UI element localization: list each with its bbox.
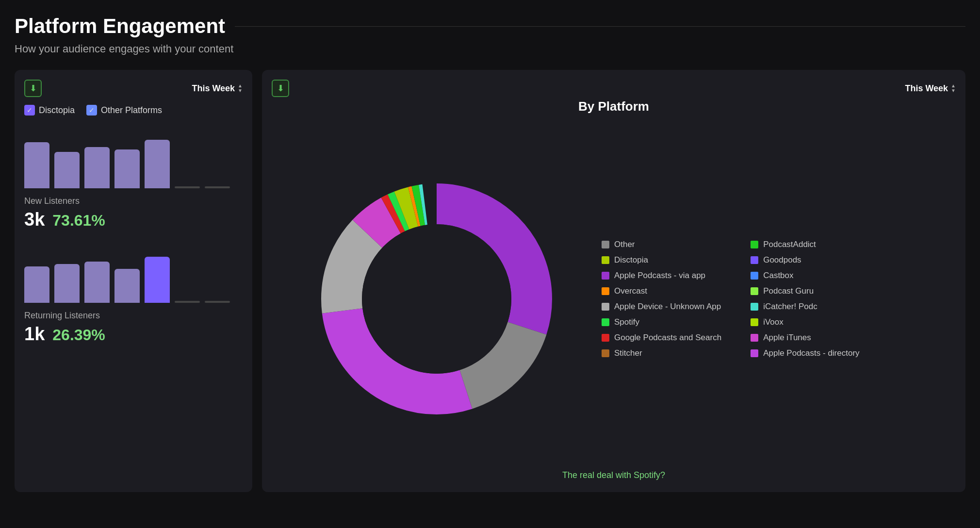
- legend-icatcher: iCatcher! Podc: [751, 302, 870, 312]
- legend-label-disctopia: Disctopia: [614, 255, 648, 265]
- legend-label-ivoox: iVoox: [763, 317, 784, 327]
- returning-listeners-count: 1k: [24, 324, 45, 345]
- returning-listeners-bars: [24, 245, 243, 303]
- week-label-left: This Week: [192, 83, 235, 94]
- left-panel-header: ⬇ This Week ▲▼: [24, 80, 243, 97]
- legend-label-icatcher: iCatcher! Podc: [763, 302, 817, 312]
- legend-label-goodpods: Goodpods: [763, 255, 801, 265]
- legend-label-other: Other: [614, 240, 635, 249]
- legend-spotify: Spotify: [602, 317, 721, 327]
- bottom-link[interactable]: The real deal with Spotify?: [262, 470, 965, 480]
- legend-label-spotify: Spotify: [614, 317, 639, 327]
- right-panel: ⬇ This Week ▲▼ By Platform: [262, 70, 965, 492]
- legend-dot-castbox: [751, 272, 758, 280]
- download-icon-right[interactable]: ⬇: [272, 80, 289, 97]
- new-listeners-bars: [24, 130, 243, 188]
- bar-dash-1: [175, 186, 200, 188]
- returning-listeners-label: Returning Listeners: [24, 311, 243, 321]
- legend-dot-apple-directory: [751, 349, 758, 357]
- new-listeners-count: 3k: [24, 209, 45, 230]
- legend-label-apple-via-app: Apple Podcasts - via app: [614, 271, 705, 280]
- week-arrows-left: ▲▼: [238, 83, 243, 93]
- checkbox-other-platforms[interactable]: ✓ Other Platforms: [86, 105, 162, 116]
- bar-1: [24, 142, 49, 188]
- legend-podcast-guru: Podcast Guru: [751, 286, 870, 296]
- legend-apple-directory: Apple Podcasts - directory: [751, 348, 870, 358]
- legend-castbox: Castbox: [751, 271, 870, 280]
- new-listeners-label: New Listeners: [24, 196, 243, 206]
- legend-dot-other: [602, 241, 609, 248]
- bar-5: [145, 140, 170, 188]
- panels-container: ⬇ This Week ▲▼ ✓ Disctopia ✓ Other Platf…: [15, 70, 965, 492]
- legend-overcast: Overcast: [602, 286, 721, 296]
- legend-label-stitcher: Stitcher: [614, 348, 642, 358]
- bar-dash-2: [205, 186, 230, 188]
- bar-4: [114, 149, 140, 188]
- legend-dot-apple-via-app: [602, 272, 609, 280]
- legend-label-castbox: Castbox: [763, 271, 793, 280]
- legend-dot-ivoox: [751, 318, 758, 326]
- returning-listeners-section: Returning Listeners 1k 26.39%: [24, 245, 243, 345]
- legend-dot-apple-unknown: [602, 303, 609, 311]
- legend-label-podcastaddict: PodcastAddict: [763, 240, 816, 249]
- checkbox-disctopia-label: Disctopia: [39, 105, 75, 116]
- donut-chart: [301, 163, 572, 435]
- new-listeners-pct: 73.61%: [52, 212, 105, 230]
- checkbox-disctopia[interactable]: ✓ Disctopia: [24, 105, 75, 116]
- left-panel: ⬇ This Week ▲▼ ✓ Disctopia ✓ Other Platf…: [15, 70, 252, 492]
- checkbox-disctopia-box: ✓: [24, 105, 35, 116]
- legend-dot-google-podcasts: [602, 334, 609, 342]
- returning-listeners-value: 1k 26.39%: [24, 324, 243, 345]
- ret-bar-1: [24, 266, 49, 303]
- legend-label-apple-unknown: Apple Device - Unknown App: [614, 302, 721, 312]
- legend-disctopia: Disctopia: [602, 255, 721, 265]
- legend-dot-stitcher: [602, 349, 609, 357]
- checkbox-other-platforms-box: ✓: [86, 105, 97, 116]
- legend-label-podcast-guru: Podcast Guru: [763, 286, 814, 296]
- page-title: Platform Engagement: [15, 15, 965, 38]
- legend-label-overcast: Overcast: [614, 286, 647, 296]
- legend-dot-podcast-guru: [751, 287, 758, 295]
- bar-3: [84, 147, 110, 188]
- legend-dot-apple-itunes: [751, 334, 758, 342]
- new-listeners-section: New Listeners 3k 73.61%: [24, 130, 243, 230]
- page-subtitle: How your audience engages with your cont…: [15, 43, 965, 55]
- legend-dot-podcastaddict: [751, 241, 758, 248]
- legend-dot-overcast: [602, 287, 609, 295]
- week-arrows-right: ▲▼: [951, 83, 956, 93]
- download-icon-left[interactable]: ⬇: [24, 80, 42, 97]
- legend-dot-disctopia: [602, 256, 609, 264]
- ret-bar-4: [114, 269, 140, 303]
- week-label-right: This Week: [905, 83, 948, 94]
- legend-stitcher: Stitcher: [602, 348, 721, 358]
- week-selector-left[interactable]: This Week ▲▼: [192, 83, 243, 94]
- legend-podcastaddict: PodcastAddict: [751, 240, 870, 249]
- svg-point-12: [362, 224, 511, 374]
- returning-listeners-pct: 26.39%: [52, 326, 105, 344]
- ret-bar-5: [145, 257, 170, 303]
- legend-dot-icatcher: [751, 303, 758, 311]
- right-panel-header: ⬇ This Week ▲▼: [272, 80, 956, 97]
- legend-label-apple-itunes: Apple iTunes: [763, 333, 811, 343]
- legend-dot-goodpods: [751, 256, 758, 264]
- checkbox-other-platforms-label: Other Platforms: [101, 105, 162, 116]
- bar-2: [54, 152, 80, 188]
- checkboxes: ✓ Disctopia ✓ Other Platforms: [24, 105, 243, 116]
- legend-apple-unknown: Apple Device - Unknown App: [602, 302, 721, 312]
- legend-goodpods: Goodpods: [751, 255, 870, 265]
- legend-apple-via-app: Apple Podcasts - via app: [602, 271, 721, 280]
- legend-dot-spotify: [602, 318, 609, 326]
- ret-bar-3: [84, 262, 110, 303]
- legend-ivoox: iVoox: [751, 317, 870, 327]
- chart-title: By Platform: [262, 99, 965, 114]
- chart-legend: Other PodcastAddict Disctopia Goodpods A…: [602, 240, 870, 358]
- legend-label-apple-directory: Apple Podcasts - directory: [763, 348, 859, 358]
- ret-bar-dash-1: [175, 301, 200, 303]
- legend-apple-itunes: Apple iTunes: [751, 333, 870, 343]
- ret-bar-2: [54, 264, 80, 303]
- new-listeners-value: 3k 73.61%: [24, 209, 243, 230]
- legend-google-podcasts: Google Podcasts and Search: [602, 333, 721, 343]
- legend-other: Other: [602, 240, 721, 249]
- chart-area: Other PodcastAddict Disctopia Goodpods A…: [272, 105, 956, 474]
- week-selector-right[interactable]: This Week ▲▼: [905, 83, 956, 94]
